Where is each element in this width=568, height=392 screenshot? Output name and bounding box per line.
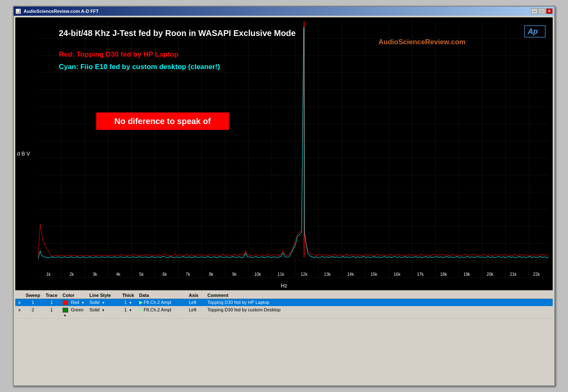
svg-text:Ap: Ap xyxy=(527,27,538,36)
title-bar-text: AudioScienceReview.com A-D FFT xyxy=(24,9,531,14)
svg-text:AudioScienceReview.com: AudioScienceReview.com xyxy=(378,38,466,46)
row1-linestyle-dropdown[interactable]: ▼ xyxy=(102,301,105,305)
row1-axis: Left xyxy=(187,300,206,305)
row1-linestyle-label: Solid xyxy=(89,300,99,305)
svg-text:5k: 5k xyxy=(139,272,144,277)
svg-text:3k: 3k xyxy=(93,272,98,277)
table-row[interactable]: x 2 1 Green ▼ Solid ▼ 1 ▼ ▶ Fft.Ch.2 Amp… xyxy=(15,306,553,319)
row2-thick-label: 1 xyxy=(124,307,127,312)
svg-text:15k: 15k xyxy=(371,272,378,277)
row1-data-label: Fft.Ch.2 Ampl xyxy=(144,300,171,305)
row1-comment: Topping D30 fed by HP Laptop xyxy=(206,300,553,305)
row1-thick-label: 1 xyxy=(124,300,127,305)
chart-area: d B V +0 -10 -20 xyxy=(15,17,553,290)
row1-color-dropdown[interactable]: ▼ xyxy=(81,301,84,305)
grid-container: +0 -10 -20 -30 -40 -50 -60 -70 -80 -90 -… xyxy=(38,22,549,278)
data-table: Sweep Trace Color Line Style Thick Data … xyxy=(15,292,553,319)
row2-thick-dropdown[interactable]: ▼ xyxy=(129,308,132,312)
row1-color[interactable]: Red ▼ xyxy=(61,300,88,305)
row2-linestyle-label: Solid xyxy=(89,307,99,312)
row2-color-dropdown[interactable]: ▼ xyxy=(63,314,67,318)
row2-color-swatch xyxy=(63,308,68,313)
svg-rect-4 xyxy=(38,22,549,278)
svg-text:1k: 1k xyxy=(46,272,51,277)
svg-text:24-bit/48 Khz J-Test fed by Ro: 24-bit/48 Khz J-Test fed by Roon in WASA… xyxy=(59,29,296,38)
svg-text:Red: Topping D30 fed by HP Lap: Red: Topping D30 fed by HP Laptop xyxy=(59,50,178,58)
svg-text:2k: 2k xyxy=(70,272,75,277)
row2-thick[interactable]: 1 ▼ xyxy=(119,307,137,318)
row1-color-swatch xyxy=(63,300,68,305)
row2-color[interactable]: Green ▼ xyxy=(61,307,88,318)
col-header-linestyle: Line Style xyxy=(88,293,119,298)
svg-text:22k: 22k xyxy=(533,272,540,277)
svg-text:20k: 20k xyxy=(487,272,494,277)
svg-text:19k: 19k xyxy=(463,272,470,277)
col-header-axis: Axis xyxy=(187,293,206,298)
row2-linestyle-dropdown[interactable]: ▼ xyxy=(102,308,105,312)
table-row[interactable]: x 1 1 Red ▼ Solid ▼ 1 ▼ ▶ Fft.Ch.2 Ampl … xyxy=(15,299,553,306)
row1-thick-dropdown[interactable]: ▼ xyxy=(129,301,132,305)
row2-sweep: 2 xyxy=(24,307,42,318)
svg-text:6k: 6k xyxy=(162,272,167,277)
row1-thick[interactable]: 1 ▼ xyxy=(119,300,137,305)
row1-sweep: 1 xyxy=(24,300,42,305)
svg-text:7k: 7k xyxy=(186,272,191,277)
svg-text:16k: 16k xyxy=(394,272,401,277)
app-icon: 📊 xyxy=(15,9,21,14)
svg-text:18k: 18k xyxy=(440,272,447,277)
col-header-color: Color xyxy=(61,293,88,298)
chart-svg: +0 -10 -20 -30 -40 -50 -60 -70 -80 -90 -… xyxy=(38,22,549,278)
svg-text:12k: 12k xyxy=(301,272,308,277)
svg-text:8k: 8k xyxy=(209,272,214,277)
svg-text:14k: 14k xyxy=(347,272,354,277)
row2-comment: Topping D30 fed by custom Desktop xyxy=(206,307,553,318)
col-header-check xyxy=(15,293,24,298)
y-axis-label: d B V xyxy=(17,150,30,158)
x-axis-label: Hz xyxy=(281,282,287,289)
svg-text:11k: 11k xyxy=(277,272,284,277)
row2-check[interactable]: x xyxy=(15,307,24,318)
col-header-sweep: Sweep xyxy=(24,293,42,298)
title-bar: 📊 AudioScienceReview.com A-D FFT ─ □ ✕ xyxy=(14,7,554,16)
row1-data[interactable]: ▶ Fft.Ch.2 Ampl xyxy=(137,300,187,305)
col-header-comment: Comment xyxy=(206,293,553,298)
row2-data[interactable]: ▶ Fft.Ch.2 Ampl xyxy=(137,307,187,318)
svg-text:17k: 17k xyxy=(417,272,424,277)
minimize-button[interactable]: ─ xyxy=(531,8,538,14)
table-header: Sweep Trace Color Line Style Thick Data … xyxy=(15,292,553,299)
col-header-thick: Thick xyxy=(119,293,137,298)
row2-data-label: Fft.Ch.2 Ampl xyxy=(144,307,171,312)
svg-text:Cyan: Fiio E10 fed by custom d: Cyan: Fiio E10 fed by custom desktop (cl… xyxy=(59,63,220,71)
row1-check[interactable]: x xyxy=(15,300,24,305)
row2-linestyle[interactable]: Solid ▼ xyxy=(88,307,119,318)
svg-text:No diference to speak of: No diference to speak of xyxy=(114,117,211,126)
col-header-trace: Trace xyxy=(42,293,61,298)
row1-data-indicator: ▶ xyxy=(139,300,144,305)
app-window: 📊 AudioScienceReview.com A-D FFT ─ □ ✕ d… xyxy=(13,6,555,386)
maximize-button[interactable]: □ xyxy=(539,8,545,14)
svg-text:9k: 9k xyxy=(232,272,237,277)
svg-text:21k: 21k xyxy=(510,272,517,277)
row1-trace: 1 xyxy=(42,300,61,305)
row2-data-indicator: ▶ xyxy=(139,307,144,312)
row1-color-label: Red xyxy=(71,300,79,305)
title-bar-buttons: ─ □ ✕ xyxy=(531,8,553,14)
close-button[interactable]: ✕ xyxy=(546,8,553,14)
svg-text:10k: 10k xyxy=(254,272,261,277)
row2-axis: Left xyxy=(187,307,206,318)
row2-color-label: Green xyxy=(71,307,84,312)
col-header-data: Data xyxy=(137,293,187,298)
row2-trace: 1 xyxy=(42,307,61,318)
row1-linestyle[interactable]: Solid ▼ xyxy=(88,300,119,305)
svg-text:13k: 13k xyxy=(324,272,331,277)
svg-text:4k: 4k xyxy=(116,272,121,277)
